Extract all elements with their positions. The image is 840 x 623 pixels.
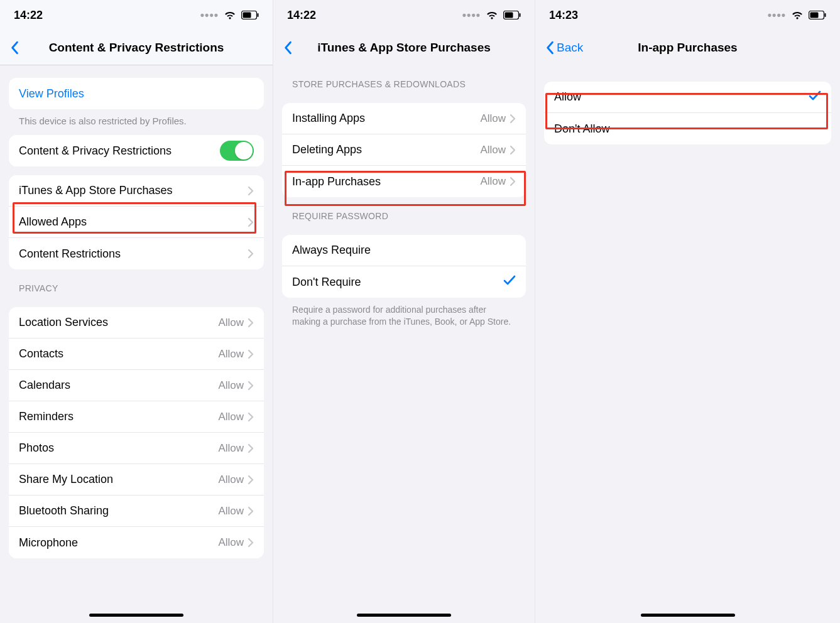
store-item-row[interactable]: In-app PurchasesAllow — [282, 166, 526, 197]
home-indicator — [89, 614, 183, 617]
content-privacy-toggle-row[interactable]: Content & Privacy Restrictions — [9, 135, 264, 166]
svg-rect-7 — [810, 13, 819, 18]
status-bar: 14:22 •••• — [273, 0, 535, 30]
screen-content-privacy: 14:22 •••• Content & Privacy Restriction… — [0, 0, 273, 623]
row-label: Microphone — [19, 536, 218, 550]
back-button[interactable]: Back — [542, 38, 587, 57]
row-value: Allow — [218, 348, 244, 360]
content-privacy-toggle[interactable] — [220, 141, 254, 161]
row-value: Allow — [480, 175, 506, 188]
wifi-icon — [486, 11, 498, 20]
inapp-option-row[interactable]: Allow — [544, 82, 831, 113]
row-label: Contacts — [19, 347, 218, 360]
view-profiles-row[interactable]: View Profiles — [9, 78, 264, 109]
privacy-row[interactable]: Bluetooth SharingAllow — [9, 496, 264, 527]
status-time: 14:22 — [287, 9, 316, 22]
password-footer-note: Require a password for additional purcha… — [273, 298, 535, 328]
back-button[interactable] — [280, 38, 296, 57]
chevron-right-icon — [248, 538, 254, 548]
screen-inapp-purchases: 14:23 •••• Back In-app Purchases AllowDo… — [535, 0, 840, 623]
privacy-row[interactable]: CalendarsAllow — [9, 370, 264, 401]
cellular-icon: •••• — [462, 9, 481, 22]
content-privacy-toggle-label: Content & Privacy Restrictions — [19, 144, 220, 158]
row-label: Don't Require — [292, 276, 503, 289]
chevron-right-icon — [248, 475, 254, 485]
store-item-row[interactable]: Installing AppsAllow — [282, 103, 526, 134]
row-value: Allow — [218, 379, 244, 392]
row-label: Allowed Apps — [19, 215, 248, 229]
require-password-group: Always RequireDon't Require — [282, 235, 526, 298]
profiles-note: This device is also restricted by Profil… — [0, 109, 273, 126]
row-value: Allow — [218, 474, 244, 486]
chevron-right-icon — [248, 186, 254, 196]
row-label: iTunes & App Store Purchases — [19, 184, 248, 197]
battery-icon — [241, 11, 259, 19]
nav-title: Content & Privacy Restrictions — [0, 41, 273, 55]
svg-rect-1 — [243, 13, 251, 18]
inapp-option-row[interactable]: Don't Allow — [544, 113, 831, 144]
inapp-options-group: AllowDon't Allow — [544, 82, 831, 144]
checkmark-icon — [503, 274, 516, 290]
row-label: Bluetooth Sharing — [19, 504, 218, 517]
wifi-icon — [791, 11, 804, 20]
row-value: Allow — [218, 411, 244, 423]
privacy-row[interactable]: ContactsAllow — [9, 339, 264, 370]
row-value: Allow — [218, 442, 244, 455]
row-label: Reminders — [19, 410, 218, 423]
home-indicator — [641, 614, 735, 617]
row-label: Allow — [554, 90, 809, 104]
chevron-right-icon — [248, 412, 254, 422]
nav-title: iTunes & App Store Purchases — [273, 41, 535, 55]
privacy-row[interactable]: RemindersAllow — [9, 401, 264, 433]
chevron-right-icon — [248, 506, 254, 516]
nav-bar: iTunes & App Store Purchases — [273, 30, 535, 65]
row-value: Allow — [218, 536, 244, 549]
itunes-appstore-row[interactable]: iTunes & App Store Purchases — [9, 175, 264, 207]
nav-bar: Content & Privacy Restrictions — [0, 30, 273, 65]
battery-icon — [503, 11, 521, 19]
row-label: Photos — [19, 442, 218, 455]
status-bar: 14:23 •••• — [535, 0, 840, 30]
status-time: 14:22 — [14, 9, 43, 22]
row-value: Allow — [218, 505, 244, 517]
privacy-row[interactable]: Location ServicesAllow — [9, 307, 264, 339]
back-button[interactable] — [6, 38, 23, 57]
chevron-right-icon — [248, 318, 254, 328]
store-item-row[interactable]: Deleting AppsAllow — [282, 134, 526, 166]
chevron-right-icon — [248, 249, 254, 259]
password-option-row[interactable]: Don't Require — [282, 266, 526, 298]
privacy-row[interactable]: PhotosAllow — [9, 433, 264, 464]
privacy-row[interactable]: Share My LocationAllow — [9, 464, 264, 496]
status-bar: 14:22 •••• — [0, 0, 273, 30]
svg-rect-4 — [505, 13, 513, 18]
home-indicator — [357, 614, 451, 617]
cellular-icon: •••• — [200, 9, 219, 22]
back-label: Back — [557, 41, 583, 55]
row-label: Content Restrictions — [19, 247, 248, 261]
privacy-row[interactable]: MicrophoneAllow — [9, 527, 264, 558]
svg-rect-8 — [825, 13, 826, 17]
row-label: Deleting Apps — [292, 143, 480, 156]
chevron-right-icon — [510, 176, 516, 187]
row-label: Don't Allow — [554, 122, 821, 136]
cellular-icon: •••• — [768, 9, 786, 22]
allowed-apps-row[interactable]: Allowed Apps — [9, 207, 264, 238]
password-section-header: REQUIRE PASSWORD — [273, 197, 535, 226]
content-restrictions-row[interactable]: Content Restrictions — [9, 238, 264, 269]
chevron-right-icon — [510, 114, 516, 124]
password-option-row[interactable]: Always Require — [282, 235, 526, 266]
checkmark-icon — [809, 89, 821, 106]
nav-bar: Back In-app Purchases — [535, 30, 840, 65]
row-label: Location Services — [19, 316, 218, 329]
privacy-group: Location ServicesAllowContactsAllowCalen… — [9, 307, 264, 558]
row-label: Installing Apps — [292, 112, 480, 125]
chevron-right-icon — [248, 217, 254, 227]
privacy-section-header: PRIVACY — [0, 269, 273, 298]
row-label: Calendars — [19, 379, 218, 392]
store-section-header: STORE PURCHASES & REDOWNLOADS — [273, 65, 535, 94]
row-value: Allow — [480, 144, 506, 156]
chevron-right-icon — [248, 381, 254, 391]
view-profiles-label: View Profiles — [19, 87, 254, 100]
row-value: Allow — [218, 317, 244, 329]
store-purchases-group: Installing AppsAllowDeleting AppsAllowIn… — [282, 103, 526, 197]
